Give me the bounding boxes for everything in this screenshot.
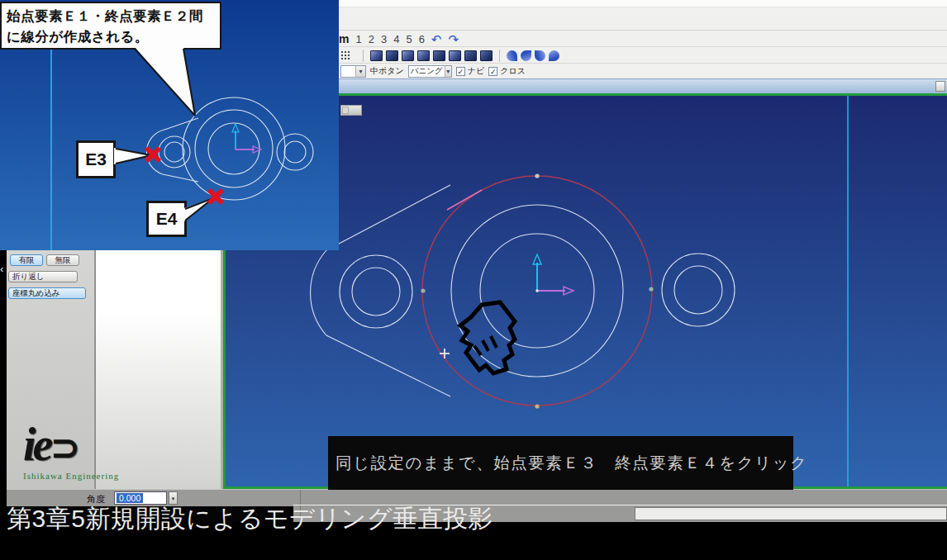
- right-lug-outer-circle: [277, 134, 313, 170]
- subtitle-text: 同じ設定のままで、始点要素Ｅ３ 終点要素Ｅ４をクリック: [328, 452, 808, 474]
- point-marker: [535, 173, 539, 178]
- message-field: [635, 507, 947, 520]
- view-tab-5[interactable]: 5: [406, 33, 412, 45]
- view-cube-icon[interactable]: [464, 50, 477, 61]
- e3-label: E3: [85, 149, 107, 169]
- inner-circle: [208, 123, 259, 174]
- right-lug-inner-circle: [674, 266, 722, 314]
- redo-icon[interactable]: ↷: [448, 33, 459, 45]
- e4-label-box: E4: [146, 201, 187, 237]
- collapsed-toolbox-widget[interactable]: [340, 105, 362, 116]
- point-marker: [535, 404, 539, 408]
- pan-mode-combobox[interactable]: パニング ▾: [408, 65, 452, 78]
- snap-combobox[interactable]: ▾: [340, 65, 366, 78]
- point-marker: [649, 287, 653, 291]
- rotate-down-icon[interactable]: [521, 50, 531, 61]
- view-tab-4[interactable]: 4: [393, 33, 399, 45]
- fold-back-button-label: 折り返し: [12, 272, 44, 282]
- view-tab-6[interactable]: 6: [419, 33, 425, 45]
- left-lug-outer-circle: [340, 255, 412, 328]
- view-cube-icon[interactable]: [480, 50, 493, 61]
- video-chapter-title: 第3章5新規開設によるモデリング垂直投影: [7, 502, 493, 536]
- right-lug-outer-circle: [662, 254, 735, 326]
- rotate-right-icon[interactable]: [535, 50, 545, 61]
- checkmark-icon: ✓: [488, 67, 497, 76]
- infinite-button[interactable]: 無限: [46, 254, 79, 266]
- snap-plus-marker: [440, 349, 450, 358]
- view-cube-icon[interactable]: [370, 50, 383, 61]
- finite-button-label: 有限: [19, 255, 35, 266]
- cross-checkbox-label: クロス: [500, 65, 526, 77]
- view-cube-icon[interactable]: [402, 50, 414, 61]
- nav-checkbox[interactable]: ✓ ナビ: [456, 65, 484, 77]
- logo-brand-text: Ishikawa Engineering: [23, 471, 131, 481]
- view-cube-icon[interactable]: [386, 50, 398, 61]
- toolbar-separator: [499, 50, 500, 62]
- right-lug-inner-circle: [284, 141, 306, 163]
- logo-arrow-glyph: ⊃: [50, 426, 80, 468]
- axis-triad: [533, 254, 573, 295]
- callout-line1: 始点要素Ｅ１・終点要素Ｅ２間: [7, 6, 215, 26]
- mouse-option-row: ▾ 中ボタン パニング ▾ ✓ ナビ ✓ クロス: [340, 64, 526, 78]
- video-frame: m 1 2 3 4 5 6 ↶ ↷: [0, 0, 947, 560]
- view-tab-m[interactable]: m: [339, 32, 349, 45]
- part-outline: [146, 118, 198, 182]
- left-lug-inner-circle: [352, 268, 400, 316]
- callout-bubble: 始点要素Ｅ１・終点要素Ｅ２間 に線分が作成される。: [0, 2, 221, 50]
- view-cube-icon[interactable]: [433, 50, 445, 61]
- rotate-left-icon[interactable]: [507, 50, 517, 61]
- e4-label: E4: [156, 209, 178, 229]
- pan-mode-value: パニング: [409, 66, 445, 77]
- panel-collapse-chevron-icon[interactable]: ‹: [0, 263, 3, 275]
- callout-line2: に線分が作成される。: [7, 26, 215, 47]
- nav-checkbox-label: ナビ: [468, 65, 484, 77]
- rotate-free-icon[interactable]: [549, 50, 559, 61]
- e3-label-box: E3: [76, 140, 116, 178]
- coordinate-rounding-button[interactable]: 座標丸め込み: [8, 287, 86, 299]
- logo-mark: ie: [23, 419, 50, 470]
- finite-button[interactable]: 有限: [10, 254, 43, 266]
- created-line-segment: [447, 190, 482, 210]
- middle-circle: [195, 110, 273, 187]
- left-lug-inner-circle: [164, 142, 184, 162]
- toolbar-separator: [363, 50, 364, 62]
- undo-icon[interactable]: ↶: [431, 33, 442, 45]
- view-tab-1[interactable]: 1: [355, 33, 361, 45]
- axis-triad: [232, 124, 261, 153]
- middle-button-label: 中ボタン: [370, 65, 404, 77]
- fold-back-button[interactable]: 折り返し: [8, 271, 78, 282]
- subtitle-caption: 同じ設定のままで、始点要素Ｅ３ 終点要素Ｅ４をクリック: [328, 436, 793, 490]
- checkmark-icon: ✓: [456, 67, 465, 76]
- chevron-down-icon: ▾: [355, 66, 365, 77]
- view-tab-row: m 1 2 3 4 5 6 ↶ ↷: [339, 31, 459, 46]
- view-cube-icon[interactable]: [449, 50, 461, 61]
- point-marker: [421, 288, 425, 292]
- chevron-down-icon: ▾: [445, 66, 451, 77]
- view-cube-icon[interactable]: [417, 50, 430, 61]
- viewport-window-button[interactable]: [935, 81, 945, 92]
- coordinate-rounding-button-label: 座標丸め込み: [12, 288, 59, 299]
- infinite-button-label: 無限: [55, 255, 71, 266]
- cross-checkbox[interactable]: ✓ クロス: [488, 65, 526, 77]
- view-tab-2[interactable]: 2: [369, 33, 374, 45]
- tutorial-inset: 始点要素Ｅ１・終点要素Ｅ２間 に線分が作成される。 E3 E4: [0, 0, 339, 250]
- view-icon-row: [340, 48, 559, 63]
- ishikawa-logo: ie⊃ Ishikawa Engineering: [23, 420, 131, 492]
- left-lug-outer-circle: [159, 136, 190, 168]
- view-tab-3[interactable]: 3: [381, 33, 387, 45]
- hand-cursor-icon: [460, 302, 515, 373]
- outer-circle: [183, 97, 285, 200]
- grid-icon[interactable]: [340, 50, 351, 61]
